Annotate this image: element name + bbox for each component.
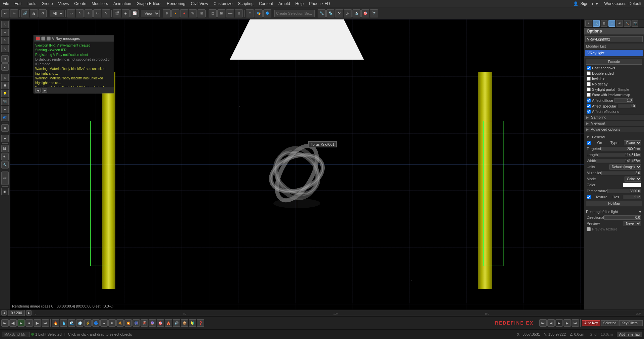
width-value[interactable] <box>596 159 641 163</box>
affect-specular-value[interactable] <box>618 104 636 108</box>
lt-utility-button[interactable]: 🔧 <box>1 161 9 168</box>
affect-reflections-checkbox[interactable] <box>587 110 591 114</box>
menu-file[interactable]: File <box>0 1 12 7</box>
affect-specular-checkbox[interactable] <box>587 104 591 108</box>
tool2-button[interactable]: 🔩 <box>326 9 334 17</box>
tool4-button[interactable]: 🖊 <box>344 9 352 17</box>
msg-prev-button[interactable]: ◀ <box>35 88 41 93</box>
anim-r-back-btn[interactable]: ◀ <box>547 319 555 327</box>
material2-button[interactable]: 🔷 <box>263 9 271 17</box>
tool3-button[interactable]: ⚒ <box>335 9 343 17</box>
isolate-button[interactable]: ◻ <box>209 9 217 17</box>
type-dropdown[interactable]: Plane <box>624 140 641 145</box>
link-button[interactable]: 🔗 <box>21 9 29 17</box>
layer-button[interactable]: ≡ <box>246 9 254 17</box>
anim-tool-14[interactable]: 🎯 <box>157 319 164 327</box>
anim-tool-4[interactable]: 💨 <box>76 319 84 327</box>
tool6-button[interactable]: 🎯 <box>361 9 369 17</box>
tool1-button[interactable]: 🔧 <box>318 9 326 17</box>
menu-group[interactable]: Group <box>39 1 55 7</box>
snap2-button[interactable]: 🔸 <box>171 9 179 17</box>
anim-tool-12[interactable]: 🌋 <box>141 319 148 327</box>
percent-snap-button[interactable]: % <box>189 9 197 17</box>
double-sided-checkbox[interactable] <box>587 71 591 75</box>
anim-r-next-btn[interactable]: ⏭ <box>572 319 579 327</box>
redo-button[interactable]: ↪ <box>10 9 18 17</box>
sampling-section[interactable]: ▶ Sampling <box>584 114 644 120</box>
lt-move-button[interactable]: ✛ <box>1 29 9 36</box>
menu-content[interactable]: Content <box>256 1 276 7</box>
lt-helper-button[interactable]: ✦ <box>1 106 9 113</box>
viewport[interactable]: Torus Knot001 Rendering image (pass 0) [… <box>10 19 584 310</box>
object-name-input[interactable] <box>585 36 643 42</box>
menu-edit[interactable]: Edit <box>12 1 24 7</box>
align-button[interactable]: ⊟ <box>235 9 243 17</box>
menu-scripting[interactable]: Scripting <box>235 1 256 7</box>
auto-key-button[interactable]: Auto Key <box>582 320 600 326</box>
menu-graph-editors[interactable]: Graph Editors <box>134 1 164 7</box>
anim-next-key-btn[interactable]: |▶ <box>34 319 41 327</box>
unlink-button[interactable]: ⛓ <box>30 9 38 17</box>
rect-select-button[interactable]: ▭ <box>67 9 75 17</box>
frame-input[interactable] <box>8 310 25 316</box>
anim-r-prev-btn[interactable]: ⏮ <box>539 319 547 327</box>
temperature-value[interactable] <box>607 189 641 193</box>
lt-rotate-button[interactable]: ↻ <box>1 37 9 44</box>
invisible-checkbox[interactable] <box>587 77 591 81</box>
scale-button[interactable]: ⤡ <box>102 9 110 17</box>
exclude-button[interactable]: Exclude <box>586 59 642 65</box>
cast-shadows-checkbox[interactable] <box>587 66 591 70</box>
res-value[interactable] <box>623 195 641 199</box>
anim-tool-13[interactable]: 🔮 <box>149 319 156 327</box>
anim-play-btn[interactable]: ▶ <box>17 319 25 327</box>
menu-customize[interactable]: Customize <box>211 1 235 7</box>
key-filters-button[interactable]: Key Filters... <box>619 320 643 326</box>
lt-light-button[interactable]: 💡 <box>1 90 9 97</box>
tool7-button[interactable]: 🔭 <box>370 9 378 17</box>
lt-motion-button[interactable]: 🎞 <box>1 145 9 152</box>
anim-r-fwd-btn[interactable]: ▶ <box>564 319 571 327</box>
multiplier-value[interactable] <box>601 171 641 175</box>
vraylight-modifier[interactable]: VRayLight <box>585 50 643 56</box>
selection-dropdown[interactable]: All <box>50 10 64 17</box>
msg-next-button[interactable]: ▶ <box>42 88 47 93</box>
anim-tool-10[interactable]: 💥 <box>124 319 132 327</box>
tool5-button[interactable]: 🔬 <box>353 9 361 17</box>
anim-tool-17[interactable]: 📦 <box>181 319 188 327</box>
affect-diffuse-value[interactable] <box>614 98 633 103</box>
skylight-portal-checkbox[interactable] <box>587 87 591 91</box>
lt-select-button[interactable]: ↖ <box>1 21 9 28</box>
anim-tool-19[interactable]: ❓ <box>197 319 204 327</box>
selected-button[interactable]: Selected <box>601 320 619 326</box>
lt-viewport-label-button[interactable]: VP <box>1 172 9 185</box>
add-time-tag-button[interactable]: Add Time Tag <box>617 332 642 337</box>
move-button[interactable]: ✛ <box>85 9 93 17</box>
motion-panel-btn[interactable]: ○ <box>608 20 615 27</box>
timeline-prev-btn[interactable]: ◀ <box>1 310 7 316</box>
msg-minimize-button[interactable] <box>41 37 45 41</box>
general-section[interactable]: ▼ General <box>584 134 644 140</box>
anim-tool-18[interactable]: 🔰 <box>189 319 196 327</box>
spinner-snap-button[interactable]: ⊞ <box>198 9 206 17</box>
store-irradiance-checkbox[interactable] <box>587 93 591 97</box>
units-dropdown[interactable]: Default (image) <box>609 164 641 170</box>
anim-tool-16[interactable]: 🔊 <box>173 319 180 327</box>
anim-next-frame-btn[interactable]: ⏭ <box>42 319 49 327</box>
anim-stop-btn[interactable]: ■ <box>25 319 33 327</box>
anim-tool-11[interactable]: 🎆 <box>132 319 140 327</box>
undo-button[interactable]: ↩ <box>1 9 9 17</box>
utility-panel-btn[interactable]: 🔨 <box>624 20 631 27</box>
lt-system-button[interactable]: ⚙ <box>1 124 9 132</box>
color-swatch[interactable] <box>623 183 641 187</box>
anim-tool-1[interactable]: 🔥 <box>52 319 59 327</box>
menu-arnold[interactable]: Arnold <box>276 1 293 7</box>
no-decay-checkbox[interactable] <box>587 82 591 86</box>
lt-display-button[interactable]: 👁 <box>1 153 9 160</box>
anim-r-play-btn[interactable]: ▶ <box>555 319 563 327</box>
anim-prev-key-btn[interactable]: ◀| <box>9 319 17 327</box>
anim-tool-7[interactable]: ☁ <box>100 319 108 327</box>
timeline-bar[interactable]: 0 50 100 150 200 <box>34 311 641 315</box>
render-button[interactable]: 🎬 <box>113 9 121 17</box>
lt-geometry-button[interactable]: △ <box>1 74 9 81</box>
menu-modifiers[interactable]: Modifiers <box>89 1 111 7</box>
